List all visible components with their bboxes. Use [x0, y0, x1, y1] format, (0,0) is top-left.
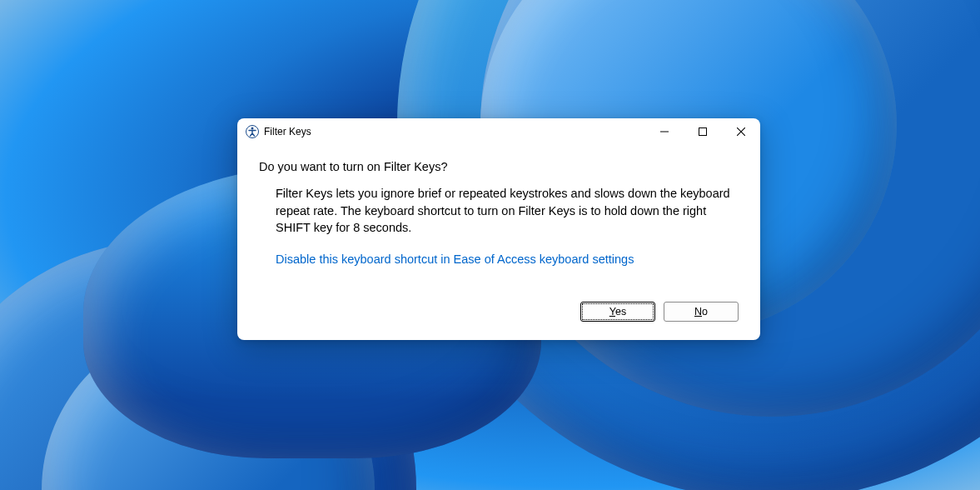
filter-keys-dialog: Filter Keys Do you want to turn on Filte…: [237, 118, 760, 340]
mnemonic: Y: [609, 306, 615, 318]
dialog-body: Do you want to turn on Filter Keys? Filt…: [237, 145, 760, 283]
titlebar[interactable]: Filter Keys: [237, 118, 760, 145]
button-label-rest: o: [702, 306, 708, 318]
svg-point-1: [251, 128, 254, 130]
button-row: Yes No: [237, 302, 760, 340]
yes-button[interactable]: Yes: [580, 302, 655, 322]
mnemonic: N: [694, 306, 702, 318]
window-title: Filter Keys: [264, 126, 311, 138]
close-button[interactable]: [722, 118, 760, 145]
maximize-button[interactable]: [684, 118, 722, 145]
no-button[interactable]: No: [664, 302, 739, 322]
button-label-rest: es: [615, 306, 626, 318]
svg-rect-2: [699, 128, 707, 136]
dialog-description: Filter Keys lets you ignore brief or rep…: [259, 185, 739, 237]
caption-buttons: [645, 118, 760, 145]
minimize-button[interactable]: [645, 118, 684, 145]
disable-shortcut-link[interactable]: Disable this keyboard shortcut in Ease o…: [259, 252, 634, 266]
accessibility-icon: [246, 125, 259, 138]
dialog-question: Do you want to turn on Filter Keys?: [259, 160, 739, 173]
